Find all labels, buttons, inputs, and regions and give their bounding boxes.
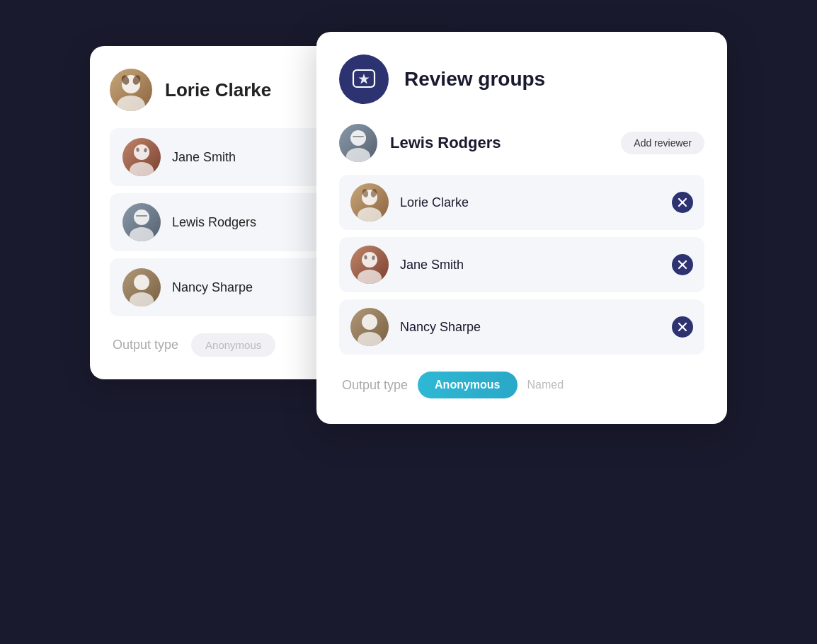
svg-marker-14 (359, 74, 370, 84)
svg-point-12 (130, 292, 154, 306)
review-groups-title: Review groups (404, 68, 545, 91)
member-name-nancy-front: Nancy Sharpe (400, 320, 661, 335)
svg-point-4 (134, 144, 149, 160)
svg-point-31 (358, 332, 382, 346)
front-card: Review groups Lewis Rodgers Add reviewer (316, 32, 727, 424)
svg-point-11 (134, 275, 149, 290)
avatar-nancy-front (350, 308, 389, 346)
review-groups-header: Review groups (339, 54, 704, 104)
svg-point-30 (362, 314, 377, 330)
member-name-nancy-back: Nancy Sharpe (172, 280, 253, 295)
close-icon (678, 322, 687, 332)
list-item: Lorie Clarke (339, 175, 704, 230)
svg-point-15 (350, 130, 366, 146)
svg-point-25 (358, 270, 382, 284)
avatar-lewis-front (339, 124, 377, 162)
svg-point-24 (362, 252, 377, 268)
remove-jane-button[interactable] (672, 254, 693, 275)
output-type-label-back: Output type (113, 338, 178, 352)
output-type-section-front: Output type Anonymous Named (339, 372, 704, 398)
avatar-jane-front (350, 246, 389, 284)
front-reviewer-header: Lewis Rodgers Add reviewer (339, 124, 704, 162)
output-type-value-back: Anonymous (191, 333, 275, 357)
output-named-button[interactable]: Named (527, 379, 564, 391)
review-groups-icon-circle (339, 54, 389, 104)
avatar-lorie-front (350, 183, 389, 222)
svg-point-1 (117, 96, 145, 111)
member-name-jane-back: Jane Smith (172, 150, 236, 165)
svg-point-5 (130, 162, 154, 176)
svg-rect-10 (136, 215, 147, 217)
svg-point-16 (346, 148, 370, 162)
svg-point-19 (358, 207, 382, 222)
output-anonymous-button[interactable]: Anonymous (418, 372, 517, 398)
front-reviewer-name: Lewis Rodgers (390, 134, 608, 152)
avatar-lorie-back (110, 69, 152, 111)
member-name-lorie-front: Lorie Clarke (400, 195, 661, 210)
member-name-lewis-back: Lewis Rodgers (172, 215, 256, 230)
close-icon (678, 260, 687, 270)
add-reviewer-front-button[interactable]: Add reviewer (621, 132, 704, 154)
remove-lorie-button[interactable] (672, 192, 693, 213)
svg-point-9 (130, 227, 154, 241)
list-item: Jane Smith (339, 237, 704, 292)
output-type-label-front: Output type (342, 378, 408, 393)
back-header-name: Lorie Clarke (165, 79, 342, 101)
avatar-lewis-back (122, 203, 161, 241)
avatar-nancy-back (122, 268, 161, 306)
list-item: Nancy Sharpe (339, 299, 704, 355)
svg-rect-17 (353, 136, 364, 137)
close-icon (678, 197, 687, 207)
avatar-jane-back (122, 138, 161, 176)
svg-point-8 (134, 209, 149, 225)
member-name-jane-front: Jane Smith (400, 258, 661, 272)
front-members-list: Lorie Clarke (339, 175, 704, 355)
remove-nancy-button[interactable] (672, 316, 693, 338)
review-groups-icon (351, 67, 377, 92)
